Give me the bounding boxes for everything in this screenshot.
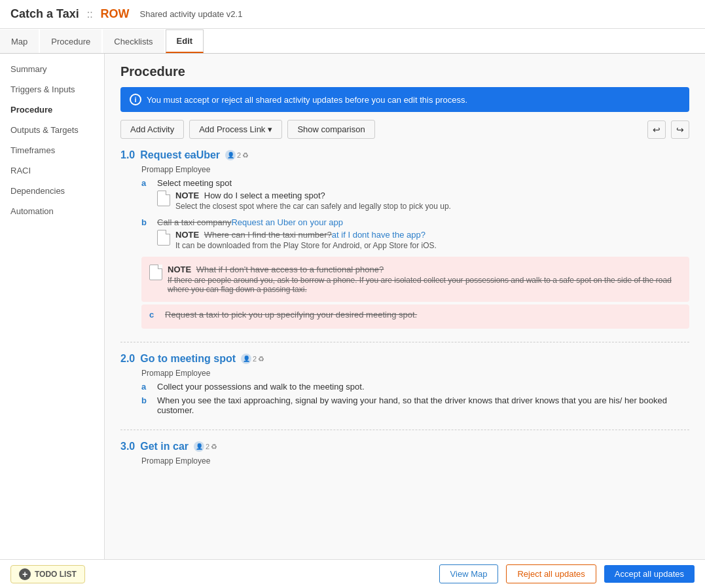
note-icon-1b <box>157 230 170 246</box>
accept-all-button[interactable]: Accept all updates <box>604 565 695 583</box>
subtitle: Shared activity update v2.1 <box>140 9 243 19</box>
activity-1-title: Request caUber <box>140 149 220 161</box>
step-1c-deleted: c Request a taxi to pick you up specifyi… <box>141 304 689 329</box>
step-1a: a Select meeting spot NOTE How do I sele… <box>141 178 689 213</box>
deleted-note-block: NOTE What if I don't have access to a fu… <box>149 265 681 294</box>
activity-2-number: 2.0 <box>120 353 135 365</box>
view-map-button[interactable]: View Map <box>439 564 499 583</box>
note-1b-answer: It can be downloaded from the Play Store… <box>175 241 437 250</box>
sidebar-item-timeframes[interactable]: Timeframes <box>0 140 104 160</box>
reject-all-button[interactable]: Reject all updates <box>506 564 596 583</box>
info-banner: i You must accept or reject all shared a… <box>120 87 689 112</box>
tab-checklists[interactable]: Checklists <box>103 29 164 53</box>
activity-1-steps: a Select meeting spot NOTE How do I sele… <box>141 178 689 329</box>
top-bar: Catch a Taxi :: ROW Shared activity upda… <box>0 0 705 29</box>
sidebar-item-triggers[interactable]: Triggers & Inputs <box>0 79 104 100</box>
activity-3: 3.0 Get in car 👤 2 ♻ Promapp Employee <box>120 441 689 480</box>
note-icon-deleted <box>149 265 162 280</box>
activity-2-users: 👤 2 ♻ <box>241 354 264 364</box>
activity-1-title-struck: ca <box>185 149 196 160</box>
tab-edit[interactable]: Edit <box>166 29 204 53</box>
todo-badge[interactable]: + TODO LIST <box>10 565 85 583</box>
sidebar-item-raci[interactable]: RACI <box>0 160 104 181</box>
activity-1-title-prefix: Request <box>140 149 185 160</box>
step-1c: c Request a taxi to pick you up specifyi… <box>149 310 681 320</box>
step-1a-text: Select meeting spot <box>157 178 451 188</box>
note-icon-1a <box>157 191 170 206</box>
step-2b-letter: b <box>141 395 152 405</box>
tab-bar: Map Procedure Checklists Edit <box>0 29 705 54</box>
tab-map[interactable]: Map <box>0 29 39 53</box>
row-label: ROW <box>101 7 130 21</box>
page-title: Procedure <box>120 64 689 79</box>
tab-procedure[interactable]: Procedure <box>40 29 101 53</box>
activity-1-number: 1.0 <box>120 149 135 161</box>
note-1a-answer: Select the closest spot where the car ca… <box>175 202 451 211</box>
add-process-link-label: Add Process Link <box>199 124 265 134</box>
activity-1-title-new: Uber <box>196 149 220 160</box>
add-activity-button[interactable]: Add Activity <box>120 120 184 139</box>
todo-plus-icon: + <box>19 568 31 580</box>
step-2a: a Collect your possessions and walk to t… <box>141 382 689 392</box>
add-process-link-button[interactable]: Add Process Link ▾ <box>189 120 282 139</box>
user-avatar-3: 👤 <box>194 441 204 452</box>
activity-3-title: Get in car <box>140 441 189 452</box>
main-content: Procedure i You must accept or reject al… <box>105 54 705 559</box>
sidebar-item-automation[interactable]: Automation <box>0 201 104 221</box>
recycle-icon-2: ♻ <box>258 355 264 363</box>
step-1b-struck: Call a taxi company <box>157 217 231 227</box>
todo-label: TODO LIST <box>35 570 77 579</box>
user-avatar-1: 👤 <box>225 150 236 160</box>
deleted-note-answer: If there are people around you, ask to b… <box>168 276 681 294</box>
sidebar-item-summary[interactable]: Summary <box>0 59 104 79</box>
step-1a-content: Select meeting spot NOTE How do I select… <box>157 178 451 213</box>
step-1b: b Call a taxi companyRequest an Uber on … <box>141 217 689 253</box>
activity-1-header: 1.0 Request caUber 👤 2 ♻ <box>120 149 689 161</box>
step-2a-text: Collect your possessions and walk to the… <box>157 382 365 392</box>
procedure-toolbar: Add Activity Add Process Link ▾ Show com… <box>120 120 689 139</box>
deleted-note-question: What if I don't have access to a functio… <box>196 265 384 274</box>
sidebar: Summary Triggers & Inputs Procedure Outp… <box>0 54 105 559</box>
activity-1-users: 👤 2 ♻ <box>225 150 249 160</box>
step-1c-letter: c <box>149 310 160 320</box>
step-1b-text: Call a taxi companyRequest an Uber on yo… <box>157 217 437 227</box>
info-icon: i <box>130 94 141 105</box>
step-1c-text: Request a taxi to pick you up specifying… <box>165 310 417 320</box>
activity-3-role: Promapp Employee <box>141 456 689 466</box>
step-2a-letter: a <box>141 382 152 392</box>
activity-2-user-count: 2 <box>253 355 257 363</box>
activity-3-number: 3.0 <box>120 441 135 452</box>
sidebar-item-outputs[interactable]: Outputs & Targets <box>0 120 104 140</box>
dropdown-arrow-icon: ▾ <box>268 124 272 134</box>
activity-2-steps: a Collect your possessions and walk to t… <box>141 382 689 415</box>
recycle-icon: ♻ <box>242 151 249 160</box>
info-banner-text: You must accept or reject all shared act… <box>147 95 467 105</box>
recycle-icon-3: ♻ <box>211 443 217 451</box>
step-1b-note: NOTE Where can I find the taxi number?at… <box>157 230 437 250</box>
activity-2: 2.0 Go to meeting spot 👤 2 ♻ Promapp Emp… <box>120 353 689 430</box>
step-1b-content: Call a taxi companyRequest an Uber on yo… <box>157 217 437 253</box>
app-title: Catch a Taxi <box>10 7 79 21</box>
deleted-note-content: NOTE What if I don't have access to a fu… <box>168 265 681 294</box>
activity-2-role: Promapp Employee <box>141 369 689 378</box>
sidebar-item-dependencies[interactable]: Dependencies <box>0 181 104 201</box>
note-1b-question: Where can I find the taxi number?at if I… <box>204 230 425 240</box>
activity-1-role: Promapp Employee <box>141 165 689 174</box>
note-1a-content: NOTE How do I select a meeting spot? Sel… <box>175 191 451 211</box>
undo-button[interactable]: ↩ <box>647 120 666 139</box>
sidebar-item-procedure[interactable]: Procedure <box>0 100 104 120</box>
note-1b-struck: Where can I find the taxi number? <box>204 230 332 240</box>
separator: :: <box>87 9 93 20</box>
note-1b-content: NOTE Where can I find the taxi number?at… <box>175 230 437 250</box>
activity-2-title: Go to meeting spot <box>140 353 236 365</box>
show-comparison-button[interactable]: Show comparison <box>287 120 374 139</box>
activity-3-users: 👤 2 ♻ <box>194 441 217 452</box>
bottom-bar: + TODO LIST View Map Reject all updates … <box>0 559 705 588</box>
note-label-deleted: NOTE <box>168 265 191 274</box>
step-2b-text: When you see the taxi approaching, signa… <box>157 395 689 415</box>
step-1-deleted-note: NOTE What if I don't have access to a fu… <box>141 257 689 302</box>
redo-button[interactable]: ↪ <box>671 120 689 139</box>
note-label-1b: NOTE <box>175 230 199 240</box>
step-2b: b When you see the taxi approaching, sig… <box>141 395 689 415</box>
activity-1: 1.0 Request caUber 👤 2 ♻ Promapp Employe… <box>120 149 689 342</box>
